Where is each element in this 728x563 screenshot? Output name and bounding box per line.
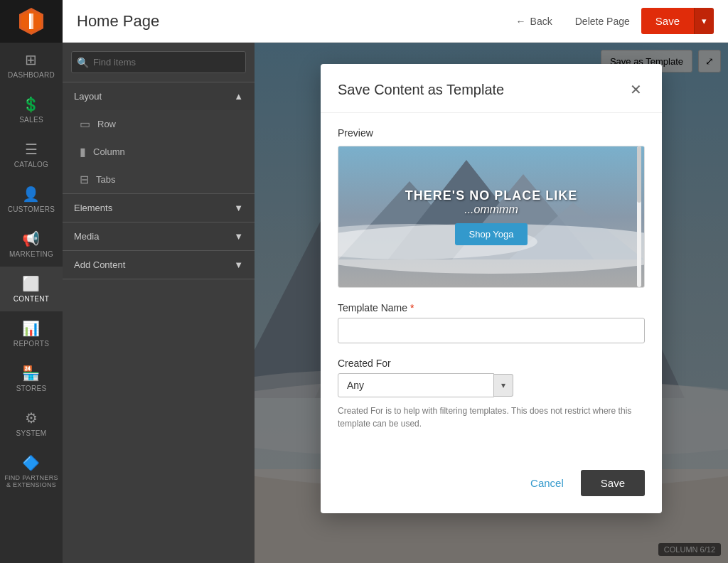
template-name-input[interactable] <box>338 318 645 343</box>
left-panel: 🔍 Layout ▲ ▭ Row ▮ Column <box>63 43 255 563</box>
required-star: * <box>410 302 414 313</box>
system-icon: ⚙ <box>25 409 38 427</box>
sidebar-item-label: CATALOG <box>14 161 48 168</box>
topbar: Home Page ← Back Delete Page Save ▾ <box>63 0 728 43</box>
elements-section-header[interactable]: Elements ▼ <box>63 194 255 222</box>
chevron-up-icon: ▲ <box>234 91 243 102</box>
help-text: Created For is to help with filtering te… <box>338 404 645 430</box>
preview-text-overlay: THERE'S NO PLACE LIKE ...ommmm Shop Yoga <box>405 188 577 245</box>
delete-page-button[interactable]: Delete Page <box>575 16 630 27</box>
modal-save-button[interactable]: Save <box>581 470 645 496</box>
dashboard-icon: ⊞ <box>25 51 37 68</box>
chevron-down-icon: ▾ <box>702 16 707 26</box>
preview-image-bg: THERE'S NO PLACE LIKE ...ommmm Shop Yoga <box>338 146 644 287</box>
sidebar-item-label: SYSTEM <box>16 429 47 437</box>
elements-section: Elements ▼ <box>63 194 255 222</box>
sidebar-item-label: REPORTS <box>14 340 49 348</box>
add-content-section: Add Content ▼ <box>63 251 255 279</box>
select-dropdown-button[interactable]: ▾ <box>494 374 513 397</box>
partners-icon: 🔷 <box>22 454 40 471</box>
chevron-down-icon: ▼ <box>234 231 243 242</box>
template-name-field-group: Template Name * <box>338 302 645 343</box>
panel-item-row[interactable]: ▭ Row <box>63 110 255 138</box>
add-content-label: Add Content <box>74 259 125 270</box>
back-label: Back <box>530 16 552 27</box>
template-name-label: Template Name * <box>338 302 645 313</box>
preview-scrollbar <box>637 146 641 287</box>
sidebar-item-customers[interactable]: 👤 CUSTOMERS <box>0 177 63 222</box>
preview-line2: ...ommmm <box>405 203 577 216</box>
save-button[interactable]: Save <box>641 8 694 34</box>
sidebar-item-label: FIND PARTNERS& EXTENSIONS <box>4 474 58 488</box>
sidebar: ⊞ DASHBOARD 💲 SALES ☰ CATALOG 👤 CUSTOMER… <box>0 0 63 563</box>
elements-label: Elements <box>74 203 112 213</box>
tabs-icon: ⊟ <box>80 173 89 186</box>
sidebar-item-label: MARKETING <box>9 250 53 258</box>
content-area: 🔍 Layout ▲ ▭ Row ▮ Column <box>63 43 728 563</box>
stores-icon: 🏪 <box>22 365 40 382</box>
sidebar-item-reports[interactable]: 📊 REPORTS <box>0 311 63 356</box>
add-content-section-header[interactable]: Add Content ▼ <box>63 251 255 279</box>
select-group: Any Category Product Page Block ▾ <box>338 373 645 397</box>
sidebar-item-sales[interactable]: 💲 SALES <box>0 87 63 132</box>
sidebar-item-label: DASHBOARD <box>8 71 55 79</box>
modal-close-button[interactable]: ✕ <box>627 78 645 101</box>
search-input[interactable] <box>71 51 246 73</box>
preview-shop-button: Shop Yoga <box>455 223 528 245</box>
chevron-down-icon: ▼ <box>234 203 243 213</box>
layout-section-header[interactable]: Layout ▲ <box>63 82 255 110</box>
scrollbar-thumb <box>637 146 641 203</box>
save-dropdown-button[interactable]: ▾ <box>694 8 714 34</box>
cancel-button[interactable]: Cancel <box>522 471 572 495</box>
chevron-down-icon: ▼ <box>234 259 243 270</box>
svg-rect-3 <box>31 14 33 29</box>
row-icon: ▭ <box>80 117 90 131</box>
sidebar-item-label: CONTENT <box>14 295 49 303</box>
preview-line1: THERE'S NO PLACE LIKE <box>405 188 577 203</box>
catalog-icon: ☰ <box>25 141 38 158</box>
save-template-modal: Save Content as Template ✕ Preview <box>321 64 662 513</box>
sidebar-logo <box>0 0 63 43</box>
main-area: Home Page ← Back Delete Page Save ▾ 🔍 <box>63 0 728 563</box>
sidebar-item-catalog[interactable]: ☰ CATALOG <box>0 132 63 177</box>
search-bar: 🔍 <box>63 43 255 82</box>
modal-backdrop: Save Content as Template ✕ Preview <box>255 43 728 563</box>
created-for-select[interactable]: Any Category Product Page Block <box>338 373 494 397</box>
customers-icon: 👤 <box>22 186 40 203</box>
column-icon: ▮ <box>80 145 86 159</box>
marketing-icon: 📢 <box>22 230 40 247</box>
chevron-down-icon: ▾ <box>501 380 505 390</box>
media-label: Media <box>74 231 99 242</box>
sidebar-item-partners[interactable]: 🔷 FIND PARTNERS& EXTENSIONS <box>0 446 63 497</box>
preview-image: THERE'S NO PLACE LIKE ...ommmm Shop Yoga <box>338 146 645 288</box>
created-for-field-group: Created For Any Category Product Page Bl… <box>338 358 645 430</box>
media-section-header[interactable]: Media ▼ <box>63 222 255 250</box>
search-icon: 🔍 <box>77 57 89 68</box>
content-icon: ⬜ <box>22 275 40 292</box>
panel-item-column[interactable]: ▮ Column <box>63 138 255 166</box>
layout-section: Layout ▲ ▭ Row ▮ Column ⊟ Tabs <box>63 82 255 194</box>
tabs-label: Tabs <box>96 174 115 185</box>
sidebar-item-dashboard[interactable]: ⊞ DASHBOARD <box>0 43 63 87</box>
back-arrow-icon: ← <box>516 16 526 27</box>
created-for-label: Created For <box>338 358 645 369</box>
svg-rect-2 <box>29 14 31 29</box>
magento-logo-icon <box>16 6 46 36</box>
page-title: Home Page <box>77 12 493 31</box>
modal-body: Preview <box>321 113 662 459</box>
sidebar-item-content[interactable]: ⬜ CONTENT <box>0 267 63 311</box>
modal-header: Save Content as Template ✕ <box>321 64 662 113</box>
sidebar-item-stores[interactable]: 🏪 STORES <box>0 356 63 401</box>
sidebar-item-marketing[interactable]: 📢 MARKETING <box>0 222 63 267</box>
sidebar-item-system[interactable]: ⚙ SYSTEM <box>0 401 63 446</box>
save-button-group: Save ▾ <box>641 8 714 34</box>
back-button[interactable]: ← Back <box>505 10 564 33</box>
row-label: Row <box>97 119 116 129</box>
modal-title: Save Content as Template <box>338 82 504 98</box>
column-label-text: Column <box>93 146 125 157</box>
sidebar-item-label: STORES <box>16 385 47 392</box>
reports-icon: 📊 <box>22 320 40 337</box>
panel-item-tabs[interactable]: ⊟ Tabs <box>63 166 255 193</box>
media-section: Media ▼ <box>63 222 255 251</box>
sales-icon: 💲 <box>22 96 40 113</box>
